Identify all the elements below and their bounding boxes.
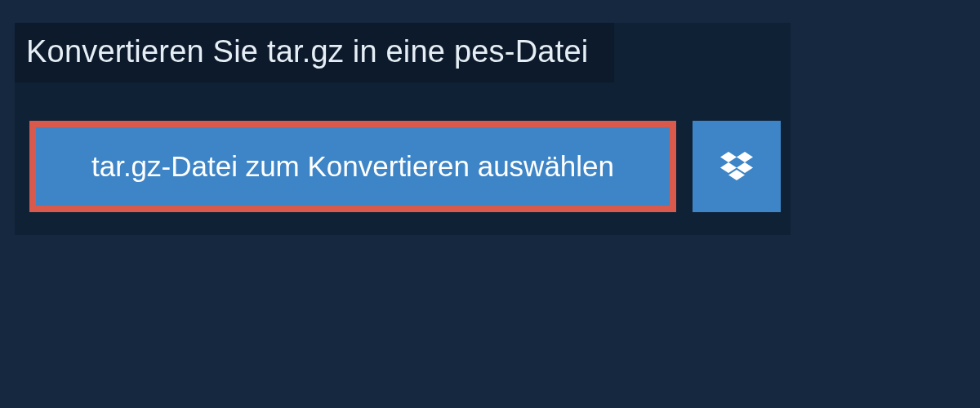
- converter-panel: Konvertieren Sie tar.gz in eine pes-Date…: [15, 23, 791, 235]
- svg-marker-0: [720, 152, 737, 162]
- button-row: tar.gz-Datei zum Konvertieren auswählen: [29, 121, 781, 212]
- select-file-button[interactable]: tar.gz-Datei zum Konvertieren auswählen: [29, 121, 676, 212]
- dropbox-button[interactable]: [693, 121, 781, 212]
- svg-marker-1: [737, 152, 753, 162]
- page-title: Konvertieren Sie tar.gz in eine pes-Date…: [26, 34, 588, 69]
- heading-container: Konvertieren Sie tar.gz in eine pes-Date…: [15, 23, 614, 82]
- dropbox-icon: [720, 152, 753, 181]
- select-file-button-label: tar.gz-Datei zum Konvertieren auswählen: [91, 150, 614, 183]
